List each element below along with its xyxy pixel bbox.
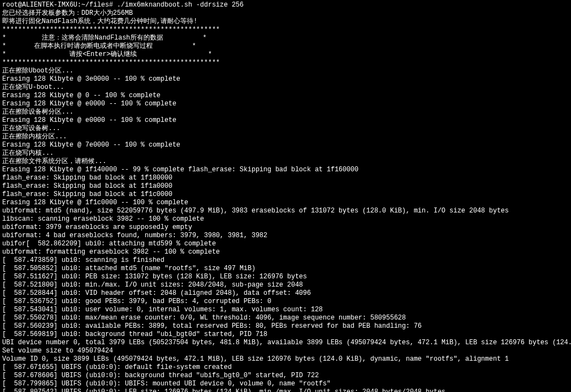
- terminal-line: Erasing 128 Kibyte @ 1f140000 -- 99 % co…: [2, 166, 569, 174]
- terminal-line: 正在擦除设备树分区...: [2, 108, 569, 116]
- terminal-line: [ 587.543041] ubi0: user volume: 0, inte…: [2, 306, 569, 314]
- terminal-line: 正在烧写设备树...: [2, 125, 569, 133]
- terminal-line: [ 587.807542] UBIFS (ubi0:0): LEB size: …: [2, 388, 569, 392]
- terminal-line: ubifor[ 582.862209] ubi0: attaching mtd5…: [2, 240, 569, 248]
- terminal-line: Erasing 128 Kibyte @ e0000 -- 100 % comp…: [2, 100, 569, 108]
- terminal-line: * 请按<Enter>确认继续 *: [2, 51, 569, 59]
- terminal-line: * 注意：这将会清除NandFlash所有的数据 *: [2, 34, 569, 42]
- terminal-line: 正在擦除文件系统分区，请稍候...: [2, 158, 569, 166]
- terminal-line: ubiformat: 4 bad eraseblocks found, numb…: [2, 232, 569, 240]
- terminal-line: [ 587.550278] ubi0: max/mean erase count…: [2, 314, 569, 322]
- terminal-line: [ 587.473859] ubi0: scanning is finished: [2, 256, 569, 265]
- terminal-line: [ 587.678606] UBIFS (ubi0:0): background…: [2, 372, 569, 380]
- terminal-line: UBI device number 0, total 3979 LEBs (50…: [2, 339, 569, 347]
- terminal-line: * 在脚本执行时请勿断电或者中断烧写过程 *: [2, 42, 569, 51]
- terminal-line: 正在擦除Uboot分区...: [2, 67, 569, 75]
- terminal-line: ****************************************…: [2, 59, 569, 67]
- terminal-line: Erasing 128 Kibyte @ 7e0000 -- 100 % com…: [2, 141, 569, 149]
- terminal-line: [ 587.560239] ubi0: available PEBs: 3899…: [2, 322, 569, 331]
- terminal-line: flash_erase: Skipping bad block at 1f180…: [2, 174, 569, 182]
- terminal-line: root@ALIENTEK-IMX6U:~/files# ./imx6mknan…: [2, 1, 569, 9]
- terminal-line: 正在烧写内核...: [2, 149, 569, 158]
- terminal-line: Erasing 128 Kibyte @ 1f1c0000 -- 100 % c…: [2, 199, 569, 207]
- terminal-line: [ 587.521800] ubi0: min./max. I/O unit s…: [2, 281, 569, 289]
- terminal-line: Set volume size to 495079424: [2, 347, 569, 355]
- terminal-line: Erasing 128 Kibyte @ 0 -- 100 % complete: [2, 92, 569, 100]
- terminal-line: Erasing 128 Kibyte @ 3e0000 -- 100 % com…: [2, 75, 569, 83]
- terminal-line: ubiformat: formatting eraseblock 3982 --…: [2, 248, 569, 256]
- terminal-line: [ 587.671655] UBIFS (ubi0:0): default fi…: [2, 363, 569, 372]
- terminal-line: Erasing 128 Kibyte @ e0000 -- 100 % comp…: [2, 116, 569, 125]
- terminal-line: ****************************************…: [2, 26, 569, 34]
- terminal-line: Volume ID 0, size 3899 LEBs (495079424 b…: [2, 355, 569, 363]
- terminal-line: flash_erase: Skipping bad block at 1f1a0…: [2, 182, 569, 191]
- terminal-line: ubiformat: 3979 eraseblocks are supposed…: [2, 223, 569, 232]
- terminal-line: 您已经选择开发板参数为：DDR大小为256MB: [2, 9, 569, 18]
- terminal-line: 即将进行固化NandFlash系统，大约花费几分钟时间,请耐心等待!: [2, 18, 569, 26]
- terminal-line: [ 587.536752] ubi0: good PEBs: 3979, bad…: [2, 298, 569, 306]
- terminal-line: libscan: scanning eraseblock 3982 -- 100…: [2, 215, 569, 223]
- terminal-output[interactable]: root@ALIENTEK-IMX6U:~/files# ./imx6mknan…: [0, 0, 571, 392]
- terminal-line: flash_erase: Skipping bad block at 1f1c0…: [2, 191, 569, 199]
- terminal-line: [ 587.569819] ubi0: background thread "u…: [2, 331, 569, 339]
- terminal-line: ubiformat: mtd5 (nand), size 522059776 b…: [2, 207, 569, 215]
- terminal-line: [ 587.799865] UBIFS (ubi0:0): UBIFS: mou…: [2, 380, 569, 388]
- terminal-line: [ 587.511627] ubi0: PEB size: 131072 byt…: [2, 273, 569, 281]
- terminal-line: 正在擦除内核分区...: [2, 133, 569, 141]
- terminal-line: [ 587.528844] ubi0: VID header offset: 2…: [2, 289, 569, 298]
- terminal-line: [ 587.505852] ubi0: attached mtd5 (name …: [2, 265, 569, 273]
- terminal-line: 正在烧写U-boot...: [2, 83, 569, 92]
